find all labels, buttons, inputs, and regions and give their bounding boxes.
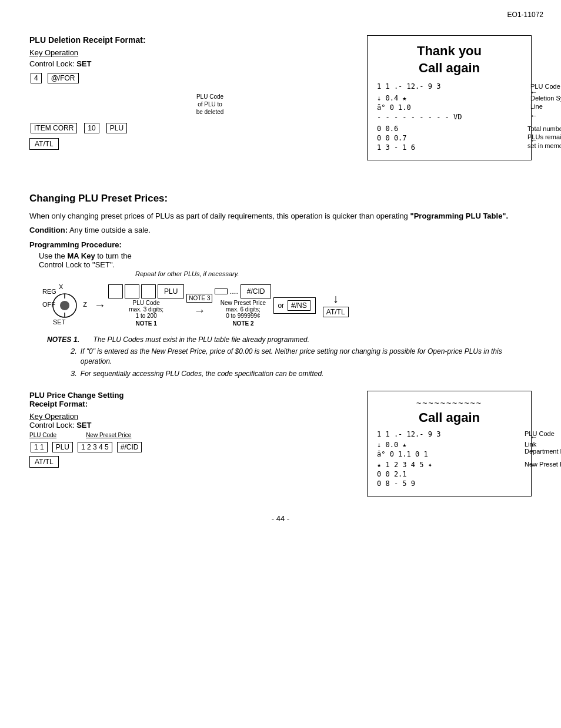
note2-num: 2. <box>71 347 77 367</box>
section2-title: Changing PLU Preset Prices: <box>29 193 532 204</box>
notes-section: NOTES 1. The PLU Codes must exist in the… <box>47 335 532 379</box>
note2-row: 2. If "0" is entered as the New Preset P… <box>71 347 532 367</box>
plu-code-label: PLU Code <box>29 432 56 438</box>
lock-off-label: OFF <box>42 301 55 308</box>
note3-arrow-area: NOTE 3 → <box>186 294 212 317</box>
section1-title: PLU Deletion Receipt Format: <box>29 35 355 45</box>
repeat-note: Repeat for other PLUs, if necessary. <box>135 270 532 277</box>
note3-text: For sequentially accessing PLU Codes, th… <box>81 369 324 379</box>
at-tl-flow-box: AT/TL <box>323 307 349 317</box>
at-tl-key-3: AT/TL <box>29 456 59 468</box>
note3-badge: NOTE 3 <box>186 294 212 303</box>
control-lock-value: SET <box>76 59 91 68</box>
arrow-1: → <box>94 298 106 312</box>
page-number: - 44 - <box>29 514 532 523</box>
key-operation-label: Key Operation <box>29 48 355 57</box>
prog-procedure-label: Programming Procedure: <box>29 240 532 249</box>
note2-text: If "0" is entered as the New Preset Pric… <box>81 347 532 367</box>
condition-text: Condition: Any time outside a sale. <box>29 226 532 234</box>
receipt3-data5: 0 0 2.1 <box>377 470 522 478</box>
svg-point-1 <box>60 301 69 310</box>
arrow-down: ↓ <box>333 292 339 306</box>
receipt-call-again: Call again <box>377 410 522 425</box>
ma-key-bold: MA Key <box>67 251 95 260</box>
item-corr-key: ITEM CORR <box>31 123 77 133</box>
key-at-for: @/FOR <box>48 73 79 83</box>
note1-text: The PLU Codes must exist in the PLU tabl… <box>94 336 310 344</box>
receipt-thank-you: Thank you Call again <box>377 43 522 76</box>
plu-key-box: PLU <box>158 284 184 298</box>
lock-symbol-area: X REG OFF Z SET <box>41 282 88 329</box>
new-preset-note: New Preset Pricemax. 6 digits;0 to 99999… <box>221 300 266 319</box>
notes-label: NOTES <box>47 336 71 344</box>
key-10: 10 <box>84 123 99 133</box>
key-11: 1 1 <box>31 442 48 452</box>
receipt-data1: 1 1 .- 12.- 9 3 <box>377 82 522 90</box>
or-ns-area: or #/NS <box>273 297 315 314</box>
key-hash-cid-3: #/CID <box>117 442 142 452</box>
annot-arrow-1: ← <box>530 433 537 441</box>
control-lock-line: Control Lock: SET <box>29 59 355 68</box>
receipt-data2: ↓ 0.4 ★ <box>377 94 522 102</box>
note1-badge: NOTE 1 <box>136 320 157 327</box>
receipt-data3: ā° 0 1.0 <box>377 103 522 112</box>
annot-arrow-2: ← <box>530 447 537 455</box>
section2-body: When only changing preset prices of PLUs… <box>29 210 532 222</box>
ellipsis: ..... <box>229 288 238 295</box>
receipt-box-1: Thank you Call again 1 1 .- 12.- 9 3 PLU… <box>367 35 532 160</box>
note3-row: 3. For sequentially accessing PLU Codes,… <box>71 369 532 379</box>
section3-key-op-label: Key Operation <box>29 412 78 421</box>
receipt3-data2: ↓ 0.0 ★ <box>377 441 522 449</box>
new-preset-price-label: New Preset Price <box>86 432 131 438</box>
section3-title: PLU Price Change Setting Receipt Format: <box>29 391 355 408</box>
annot-deletion-symbol: Deletion SymbolLine <box>530 94 561 111</box>
receipt3-data1: 1 1 .- 12.- 9 3 <box>377 430 522 438</box>
flow-preset-input: ..... #/CID New Preset Pricemax. 6 digit… <box>215 284 271 327</box>
receipt-box-2: ~~~~~~~~~~~ Call again 1 1 .- 12.- 9 3 P… <box>367 391 532 496</box>
hash-cid-box: #/CID <box>241 284 272 298</box>
use-ma-text: Use the MA Key to turn the Control Lock … <box>39 251 532 269</box>
note1-num: 1. <box>74 336 79 344</box>
section3-title-text: PLU Price Change Setting <box>29 391 123 400</box>
key-plu: PLU <box>106 123 127 133</box>
flow-plu-input: PLU PLU Codemax. 3 digits;1 to 200 NOTE … <box>108 284 184 327</box>
receipt-data6: 0 0 0.7 <box>377 134 522 142</box>
input-box1 <box>108 284 123 298</box>
note3-num: 3. <box>71 369 77 379</box>
doc-number: EO1-11072 <box>507 11 543 19</box>
receipt3-data4: ★ 1 2 3 4 5 ✦ <box>377 461 522 469</box>
input-box3 <box>141 284 156 298</box>
note2-badge: NOTE 2 <box>232 320 253 327</box>
body-bold: "Programming PLU Table". <box>410 212 508 220</box>
or-text: or <box>278 301 284 310</box>
preset-box1 <box>215 288 228 294</box>
lock-reg-label: REG <box>42 288 56 295</box>
plu-code-note: PLU Codeof PLU tobe deleted <box>65 93 355 116</box>
receipt-data4: - - - - - - - - - VD <box>377 113 522 121</box>
condition-label: Condition: <box>29 226 68 234</box>
lock-z-label: Z <box>83 301 87 308</box>
arrow-2: → <box>193 304 205 317</box>
hash-ns-box: #/NS <box>288 300 310 311</box>
lock-x-label: X <box>59 283 63 290</box>
key-4: 4 <box>31 73 42 83</box>
wavy-top: ~~~~~~~~~~~ <box>377 398 522 408</box>
arrow-attl-area: ↓ AT/TL <box>322 292 350 318</box>
input-box2 <box>125 284 139 298</box>
lock-set-label: SET <box>53 318 65 326</box>
section3-control-lock: Control Lock: SET <box>29 421 355 430</box>
condition-value: Any time outside a sale. <box>69 226 151 234</box>
annot-arrow-3: ← <box>530 461 537 469</box>
receipt3-data6: 0 8 - 5 9 <box>377 479 522 488</box>
section3-control-value: SET <box>76 421 91 430</box>
plu-code-flow-note: PLU Codemax. 3 digits;1 to 200 <box>129 300 163 319</box>
or-ns-box: or #/NS <box>273 297 315 314</box>
receipt-data5: 0 0.6 <box>377 125 522 133</box>
receipt-data7: 1 3 - 1 6 <box>377 143 522 152</box>
key-plu-3: PLU <box>52 442 73 452</box>
key-12345: 1 2 3 4 5 <box>78 442 112 452</box>
plu-new-price-labels: PLU Code New Preset Price <box>29 432 355 438</box>
key-sequence-row: 1 1 PLU 1 2 3 4 5 #/CID <box>29 441 355 454</box>
section3-title2-text: Receipt Format: <box>29 400 88 408</box>
receipt3-data3: ā° 0 1.1 0 1 <box>377 450 522 458</box>
